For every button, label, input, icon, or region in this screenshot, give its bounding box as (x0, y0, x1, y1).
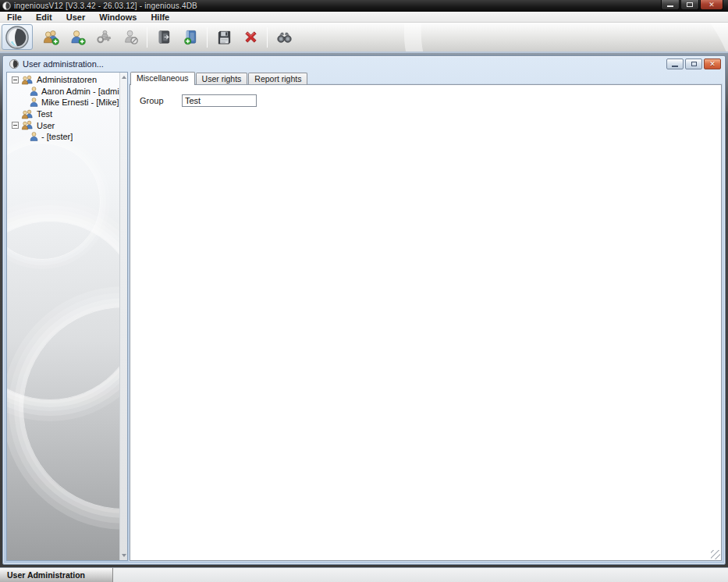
menu-windows[interactable]: Windows (92, 12, 144, 23)
group-icon (21, 75, 34, 85)
tree-item-mike-ernesti[interactable]: Mike Ernesti - [Mike] (7, 97, 119, 108)
minimize-button[interactable] (661, 0, 680, 10)
window-title: ingeniousV12 [V3.3.42 - 26.03.12] - inge… (14, 2, 197, 10)
miscellaneous-tab-panel: Group (130, 84, 722, 561)
child-minimize-button[interactable] (666, 59, 684, 69)
toolbar (0, 23, 728, 51)
minimize-icon (667, 5, 673, 7)
binoculars-icon (276, 29, 293, 45)
user-administration-window: User administration... ✕ (2, 55, 726, 565)
maximize-button[interactable] (680, 0, 699, 10)
ingenious-logo-button[interactable] (2, 24, 33, 50)
toolbar-separator (267, 27, 268, 48)
group-icon (21, 120, 34, 130)
child-titlebar[interactable]: User administration... ✕ (3, 56, 725, 72)
group-field-label: Group (140, 96, 182, 105)
restore-icon (691, 62, 697, 66)
tree-item-label: Administratoren (37, 75, 97, 84)
add-user-icon (69, 29, 86, 45)
toolbar-separator (147, 27, 147, 48)
decorative-swirl (23, 307, 128, 509)
menu-hilfe[interactable]: Hilfe (144, 12, 176, 23)
ingenious-logo-icon (5, 26, 29, 49)
group-form-row: Group (140, 94, 257, 107)
child-close-button[interactable]: ✕ (704, 59, 721, 69)
group-icon (21, 109, 34, 119)
tab-strip: Miscellaneous User rights Report rights (130, 72, 308, 84)
menubar: File Edit User Windows Hilfe (0, 12, 728, 23)
group-name-input[interactable] (182, 94, 257, 107)
delete-x-icon (243, 29, 259, 45)
add-database-icon (183, 29, 199, 45)
child-restore-button[interactable] (685, 59, 702, 69)
tree-item-test[interactable]: Test (7, 108, 119, 120)
tree-item-label: Mike Ernesti - [Mike] (41, 98, 119, 107)
add-group-button[interactable] (40, 26, 62, 49)
minimize-icon (672, 66, 678, 67)
close-database-icon (156, 29, 172, 45)
maximize-icon (687, 2, 693, 7)
tree-item-user[interactable]: User (7, 119, 119, 131)
tree-item-label: User (37, 121, 55, 130)
child-window-title: User administration... (23, 59, 104, 69)
mdi-area: User administration... ✕ (0, 51, 728, 567)
collapse-icon[interactable] (12, 76, 19, 83)
window-controls: ✕ (660, 0, 723, 10)
add-group-icon (43, 29, 59, 45)
taskbar-user-administration-button[interactable]: User Administration (0, 568, 113, 582)
scroll-up-icon[interactable] (122, 76, 126, 79)
tree-item-aaron-admin[interactable]: Aaron Admin - [admin] (7, 86, 119, 98)
statusbar: User Administration (0, 567, 728, 582)
save-button[interactable] (213, 26, 235, 49)
tree-item-label: Aaron Admin - [admin] (41, 87, 126, 96)
tree-item-administratoren[interactable]: Administratoren (7, 74, 119, 86)
user-key-button[interactable] (93, 26, 115, 49)
save-icon (216, 29, 233, 45)
resize-grip[interactable] (711, 550, 720, 559)
close-icon: ✕ (709, 61, 716, 68)
ingenious-logo-icon (9, 59, 19, 69)
app-window: ingeniousV12 [V3.3.42 - 26.03.12] - inge… (0, 0, 728, 582)
user-group-tree: Administratoren Aaron Admin - [admin] (7, 74, 119, 143)
main-titlebar[interactable]: ingeniousV12 [V3.3.42 - 26.03.12] - inge… (0, 0, 728, 12)
tree-item-tester[interactable]: - [tester] (7, 131, 119, 143)
tab-miscellaneous[interactable]: Miscellaneous (130, 72, 195, 85)
tree-scrollbar[interactable] (119, 73, 127, 560)
decorative-swirl (6, 143, 101, 260)
ingenious-logo-icon (2, 2, 11, 10)
add-database-button[interactable] (179, 26, 201, 49)
decorative-swirl (6, 221, 128, 400)
close-button[interactable]: ✕ (700, 0, 723, 10)
user-icon (30, 87, 38, 96)
toolbar-separator (207, 27, 208, 48)
delete-user-icon (123, 29, 139, 45)
close-database-button[interactable] (153, 26, 175, 49)
menu-file[interactable]: File (0, 12, 29, 23)
user-icon (30, 132, 38, 141)
tab-report-rights[interactable]: Report rights (248, 73, 307, 84)
close-icon: ✕ (708, 2, 715, 9)
collapse-icon[interactable] (12, 122, 19, 129)
user-icon (30, 98, 38, 107)
add-user-button[interactable] (66, 26, 88, 49)
tab-user-rights[interactable]: User rights (196, 73, 248, 84)
delete-button[interactable] (240, 26, 261, 49)
delete-user-button[interactable] (119, 26, 141, 49)
tree-item-label: Test (37, 109, 52, 119)
search-button[interactable] (273, 26, 295, 49)
menu-edit[interactable]: Edit (29, 12, 59, 23)
tree-item-label: - [tester] (41, 132, 73, 141)
detail-tab-area: Miscellaneous User rights Report rights … (130, 72, 722, 564)
scroll-down-icon[interactable] (122, 554, 126, 557)
user-key-icon (96, 29, 112, 45)
menu-user[interactable]: User (59, 12, 92, 23)
group-tree-panel: Administratoren Aaron Admin - [admin] (6, 72, 128, 561)
child-window-controls: ✕ (665, 59, 721, 69)
